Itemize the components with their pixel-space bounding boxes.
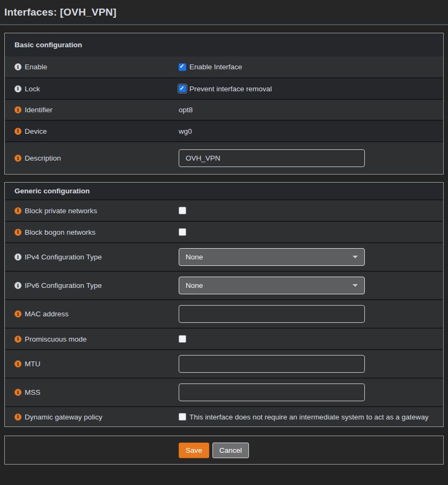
info-icon[interactable] [14,128,21,135]
info-icon[interactable] [14,106,21,113]
block-bogon-networks-checkbox[interactable] [179,228,186,236]
section-header-generic: Generic configuration [5,183,443,199]
lock-checkbox[interactable] [179,85,186,92]
mtu-input[interactable] [179,355,365,373]
row-promiscuous-mode: Promiscuous mode [5,328,443,349]
save-button[interactable]: Save [179,443,209,458]
cancel-button[interactable]: Cancel [212,443,249,458]
row-block-private-networks: Block private networks [5,199,443,221]
row-description: Description [5,141,443,174]
info-icon[interactable] [14,360,21,367]
generic-configuration-table: Generic configuration Block private netw… [4,182,444,427]
identifier-value: opt8 [179,106,193,114]
info-icon[interactable] [14,282,21,289]
block-private-networks-checkbox[interactable] [179,207,186,214]
row-ipv6-configuration-type: IPv6 Configuration Type None [5,271,443,299]
row-lock: Lock Prevent interface removal [5,77,443,99]
ipv4-configuration-type-select[interactable]: None [179,248,365,266]
page-title: Interfaces: [OVH_VPN] [4,6,116,18]
select-value: None [186,281,203,289]
info-icon[interactable] [14,63,21,70]
row-block-bogon-networks: Block bogon networks [5,221,443,242]
info-icon[interactable] [14,155,21,162]
device-value: wg0 [179,127,192,135]
mac-address-input[interactable] [179,305,365,323]
field-label: IPv4 Configuration Type [25,253,102,261]
field-label: IPv6 Configuration Type [25,281,102,289]
page-header: Interfaces: [OVH_VPN] [0,0,448,25]
row-mss: MSS [5,378,443,406]
field-label: Description [25,154,61,162]
field-label: MSS [25,388,40,396]
dynamic-gateway-policy-checkbox[interactable] [179,413,186,421]
checkbox-label: Enable Interface [189,63,242,71]
field-label: Dynamic gateway policy [25,413,102,421]
select-value: None [186,253,203,261]
field-label: Identifier [25,106,53,114]
checkbox-label: This interface does not require an inter… [189,413,429,421]
row-identifier: Identifier opt8 [5,99,443,120]
info-icon[interactable] [14,207,21,214]
field-label: Block bogon networks [25,228,96,236]
row-device: Device wg0 [5,120,443,141]
info-icon[interactable] [14,310,21,317]
info-icon[interactable] [14,254,21,260]
ipv6-configuration-type-select[interactable]: None [179,277,365,294]
description-input[interactable] [179,149,365,167]
content-area: Basic configuration Enable Enable Interf… [0,33,448,465]
row-enable: Enable Enable Interface [5,56,443,77]
enable-checkbox[interactable] [179,63,186,71]
field-label: Block private networks [25,207,97,215]
field-label: MAC address [25,310,69,318]
basic-configuration-table: Basic configuration Enable Enable Interf… [4,33,444,175]
mss-input[interactable] [179,383,365,401]
row-ipv4-configuration-type: IPv4 Configuration Type None [5,242,443,271]
actions-panel: Save Cancel [4,436,444,465]
promiscuous-mode-checkbox[interactable] [179,335,186,343]
row-dynamic-gateway-policy: Dynamic gateway policy This interface do… [5,406,443,426]
checkbox-label: Prevent interface removal [189,85,272,93]
field-label: Promiscuous mode [25,335,87,343]
field-label: Lock [25,85,40,93]
section-header-basic: Basic configuration [5,33,443,56]
info-icon[interactable] [14,229,21,236]
chevron-down-icon [352,284,358,287]
row-mac-address: MAC address [5,299,443,328]
info-icon[interactable] [14,389,21,396]
info-icon[interactable] [14,85,21,92]
row-mtu: MTU [5,349,443,378]
field-label: Device [25,127,47,135]
field-label: MTU [25,360,40,368]
info-icon[interactable] [14,414,21,421]
chevron-down-icon [352,256,358,258]
info-icon[interactable] [14,336,21,343]
field-label: Enable [25,63,47,71]
